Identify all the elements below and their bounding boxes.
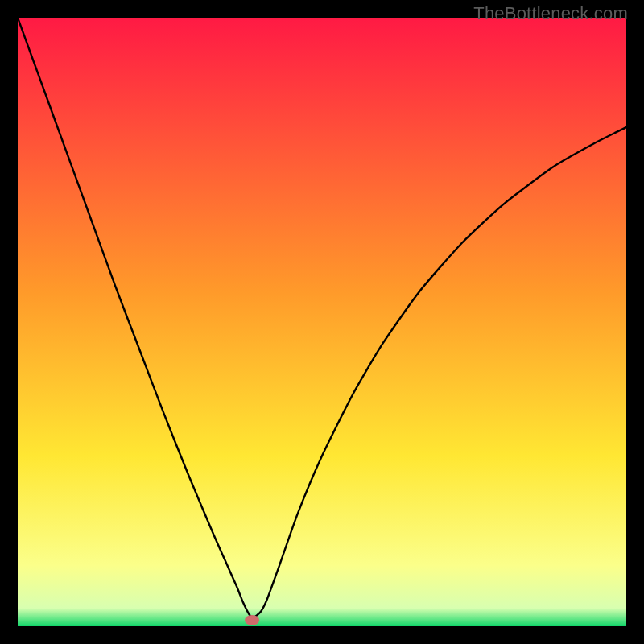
gradient-background <box>18 18 626 626</box>
chart-svg <box>18 18 626 626</box>
watermark-text: TheBottleneck.com <box>473 3 628 24</box>
chart-frame: TheBottleneck.com <box>0 0 644 644</box>
optimum-marker <box>245 615 259 625</box>
plot-area <box>18 18 626 626</box>
